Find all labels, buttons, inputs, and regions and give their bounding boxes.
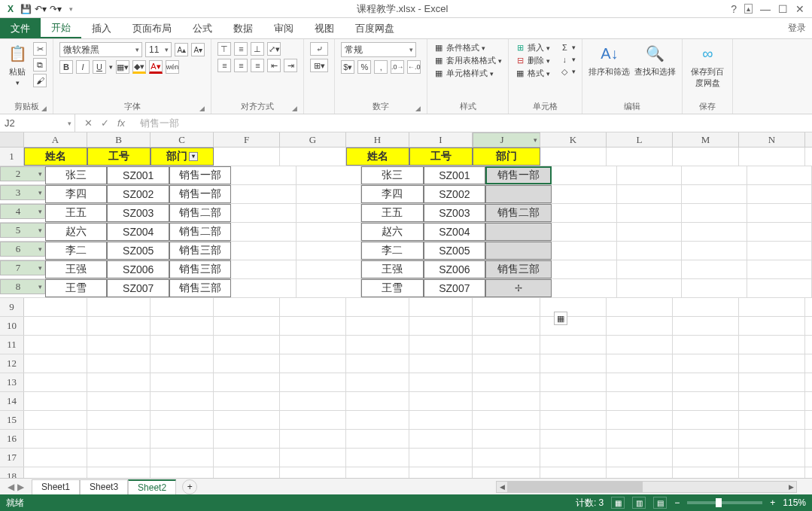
cell-I4[interactable]: SZ003: [424, 204, 485, 222]
cell-C1[interactable]: 部门▾: [151, 148, 214, 166]
ribbon-opts-icon[interactable]: ▴: [744, 4, 753, 14]
cell-K3[interactable]: [552, 185, 616, 203]
cell-K1[interactable]: [540, 148, 607, 166]
cell-F1[interactable]: [214, 148, 280, 166]
cell-L2[interactable]: [617, 166, 682, 184]
cell-N11[interactable]: [739, 336, 805, 354]
row-header-3[interactable]: 3: [0, 185, 45, 200]
qa-customize-icon[interactable]: ▾: [65, 3, 77, 15]
cell-B15[interactable]: [87, 411, 151, 429]
cell-K2[interactable]: [552, 166, 616, 184]
cell-G13[interactable]: [280, 373, 346, 391]
cell-K13[interactable]: [540, 373, 607, 391]
row-header-18[interactable]: 18: [0, 467, 24, 478]
sheet-prev-icon[interactable]: ◀: [8, 482, 14, 492]
cell-N2[interactable]: [747, 166, 812, 184]
row-header-11[interactable]: 11: [0, 336, 24, 354]
cell-J6[interactable]: [485, 242, 552, 260]
cell-N8[interactable]: [747, 279, 812, 297]
col-header-M[interactable]: M: [673, 132, 739, 147]
italic-button[interactable]: I: [76, 60, 90, 74]
cell-M14[interactable]: [673, 392, 739, 410]
increase-font-icon[interactable]: A▴: [175, 43, 188, 56]
cell-L16[interactable]: [607, 430, 673, 448]
save-baidu-button[interactable]: ∞保存到百度网盘: [689, 42, 726, 89]
cell-G2[interactable]: [297, 166, 361, 184]
align-left-icon[interactable]: ≡: [217, 59, 231, 72]
row-header-2[interactable]: 2: [0, 166, 45, 181]
cell-F16[interactable]: [214, 430, 280, 448]
align-bottom-icon[interactable]: ⊥: [251, 42, 264, 56]
cell-L8[interactable]: [617, 279, 682, 297]
row-header-12[interactable]: 12: [0, 354, 24, 373]
minimize-icon[interactable]: —: [760, 3, 771, 15]
cell-H8[interactable]: 王雪: [361, 279, 423, 297]
cell-N4[interactable]: [747, 204, 812, 222]
col-header-A[interactable]: A: [24, 132, 87, 147]
merge-center-icon[interactable]: ⊞▾: [310, 59, 328, 72]
zoom-out-icon[interactable]: −: [674, 497, 680, 508]
col-header-K[interactable]: K: [540, 132, 607, 147]
cell-A4[interactable]: 王五: [45, 204, 107, 222]
sheet-tab-Sheet1[interactable]: Sheet1: [32, 479, 80, 494]
paste-button[interactable]: 📋 粘贴 ▾: [6, 42, 29, 87]
cell-I9[interactable]: [409, 298, 473, 316]
cell-F4[interactable]: [231, 204, 296, 222]
cell-G10[interactable]: [280, 317, 346, 335]
cell-H5[interactable]: 赵六: [361, 223, 423, 241]
cell-N16[interactable]: [739, 430, 805, 448]
cell-H1[interactable]: 姓名: [346, 148, 409, 166]
tab-home[interactable]: 开始: [41, 18, 81, 38]
cell-C18[interactable]: [151, 467, 214, 478]
bold-button[interactable]: B: [59, 60, 73, 74]
cell-H16[interactable]: [346, 430, 409, 448]
cell-A1[interactable]: 姓名: [24, 148, 87, 166]
cell-G16[interactable]: [280, 430, 346, 448]
cell-J9[interactable]: [473, 298, 540, 316]
fx-icon[interactable]: fx: [116, 117, 126, 129]
view-pagelayout-icon[interactable]: ▥: [632, 497, 646, 509]
cell-L11[interactable]: [607, 336, 673, 354]
row-header-17[interactable]: 17: [0, 449, 24, 467]
cell-H12[interactable]: [346, 354, 409, 373]
cell-A5[interactable]: 赵六: [45, 223, 107, 241]
save-icon[interactable]: 💾: [20, 3, 32, 15]
cell-F5[interactable]: [231, 223, 296, 241]
cell-L17[interactable]: [607, 449, 673, 467]
cell-A6[interactable]: 李二: [45, 242, 107, 260]
cell-H7[interactable]: 王强: [361, 260, 423, 278]
cell-C9[interactable]: [151, 298, 214, 316]
tab-insert[interactable]: 插入: [81, 18, 122, 38]
fill-color-icon[interactable]: ◆▾: [132, 60, 146, 74]
cell-F10[interactable]: [214, 317, 280, 335]
insert-cells-button[interactable]: ⊞插入▾: [515, 42, 550, 53]
row-header-7[interactable]: 7: [0, 260, 45, 275]
cell-G12[interactable]: [280, 354, 346, 373]
cell-C13[interactable]: [151, 373, 214, 391]
col-header-J[interactable]: J: [473, 132, 540, 148]
orientation-icon[interactable]: ⤢▾: [267, 42, 281, 56]
cell-C17[interactable]: [151, 449, 214, 467]
cell-F3[interactable]: [231, 185, 296, 203]
cell-N7[interactable]: [747, 260, 812, 278]
cell-K7[interactable]: [552, 260, 616, 278]
cell-K16[interactable]: [540, 430, 607, 448]
horizontal-scrollbar[interactable]: ◀ ▶: [496, 481, 797, 493]
cell-B7[interactable]: SZ006: [107, 260, 169, 278]
cell-A12[interactable]: [24, 354, 87, 373]
cell-G14[interactable]: [280, 392, 346, 410]
cell-G18[interactable]: [280, 467, 346, 478]
cell-H15[interactable]: [346, 411, 409, 429]
cell-styles-button[interactable]: ▦单元格样式▾: [433, 68, 502, 79]
tab-formula[interactable]: 公式: [182, 18, 223, 38]
cell-F9[interactable]: [214, 298, 280, 316]
cut-icon[interactable]: ✂: [33, 42, 47, 56]
cell-H13[interactable]: [346, 373, 409, 391]
col-header-I[interactable]: I: [409, 132, 473, 147]
cell-A16[interactable]: [24, 430, 87, 448]
cell-M3[interactable]: [682, 185, 747, 203]
close-icon[interactable]: ✕: [795, 3, 804, 15]
col-header-H[interactable]: H: [346, 132, 409, 147]
cell-B9[interactable]: [87, 298, 151, 316]
cell-M2[interactable]: [682, 166, 747, 184]
